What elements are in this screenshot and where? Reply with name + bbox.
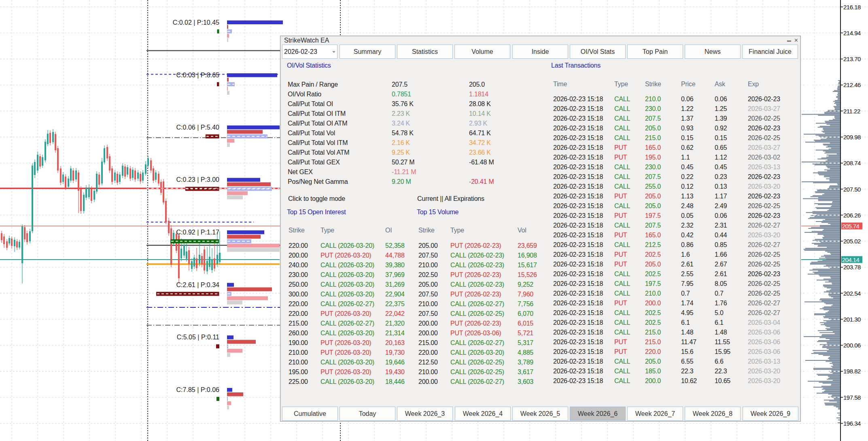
svg-text:216.18: 216.18 [843,4,861,11]
svg-text:209.98: 209.98 [843,134,861,141]
svg-text:214.94: 214.94 [843,30,861,36]
svg-text:203.78: 203.78 [843,264,861,271]
svg-text:205.74: 205.74 [842,223,860,230]
svg-text:207.50: 207.50 [843,186,861,193]
svg-text:213.70: 213.70 [843,55,861,62]
svg-text:C:0.03 | P:8.65: C:0.03 | P:8.65 [176,72,220,79]
svg-text:206.26: 206.26 [843,212,861,219]
svg-text:C:0.06 | P:5.40: C:0.06 | P:5.40 [176,124,220,131]
svg-text:201.30: 201.30 [843,316,861,323]
svg-text:204.14: 204.14 [842,256,860,263]
svg-text:196.34: 196.34 [843,420,861,427]
svg-text:202.54: 202.54 [843,290,861,297]
svg-text:197.58: 197.58 [843,394,861,401]
svg-text:205.02: 205.02 [843,238,861,245]
svg-text:208.74: 208.74 [843,160,861,166]
svg-text:C:2.61 | P:0.34: C:2.61 | P:0.34 [176,281,220,288]
svg-text:C:5.05 | P:0.11: C:5.05 | P:0.11 [177,334,219,341]
svg-text:C:7.85 | P:0.06: C:7.85 | P:0.06 [176,386,220,393]
svg-text:198.82: 198.82 [843,368,861,375]
svg-text:212.46: 212.46 [843,81,861,88]
svg-text:C:0.92 | P:1.17: C:0.92 | P:1.17 [176,229,220,236]
svg-text:200.06: 200.06 [843,342,861,349]
svg-text:C:0.23 | P:3.00: C:0.23 | P:3.00 [176,176,220,183]
svg-text:211.22: 211.22 [843,108,860,115]
svg-text:C:0.02 | P:10.45: C:0.02 | P:10.45 [173,19,219,26]
